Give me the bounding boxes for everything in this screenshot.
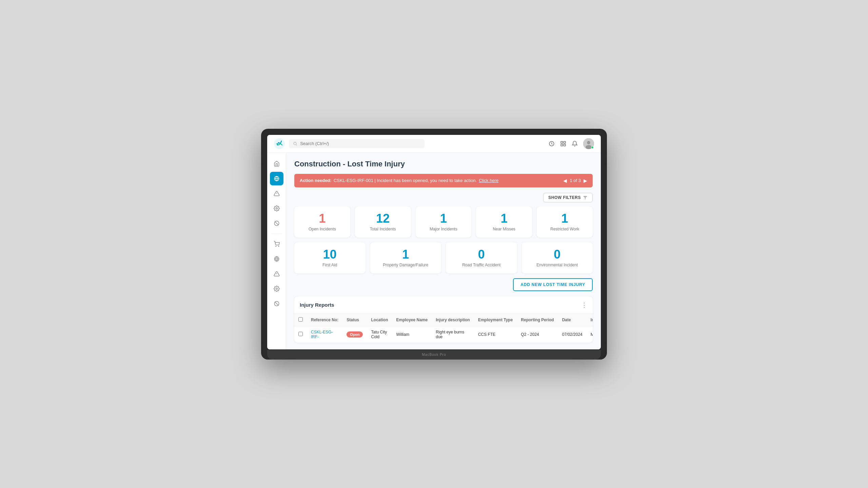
stat-number: 1 — [440, 212, 447, 225]
alert-next-arrow[interactable]: ▶ — [584, 178, 587, 183]
employment-type-cell: CCS FTE — [478, 332, 495, 337]
alert-prev-arrow[interactable]: ◀ — [563, 178, 567, 183]
alert-message: CSKL-ESG-IRF-001 | Incident has been ope… — [334, 178, 477, 183]
stat-card-open-incidents[interactable]: 1 Open Incidents — [294, 206, 350, 238]
stat-number: 10 — [323, 248, 337, 261]
filters-row: SHOW FILTERS — [294, 193, 593, 202]
col-header-location: Location — [367, 314, 392, 326]
status-badge: Open — [347, 331, 363, 338]
main-content: Construction - Lost Time Injury Action n… — [286, 153, 601, 349]
table-header: Injury Reports ⋮ — [294, 297, 593, 314]
injury-reports-table-section: Injury Reports ⋮ Reference No:StatusLoca… — [294, 297, 593, 343]
svg-point-15 — [276, 207, 277, 209]
table-cell: CCS FTE — [474, 326, 517, 343]
stat-card-first-aid[interactable]: 10 First Aid — [294, 242, 366, 273]
svg-point-9 — [587, 141, 590, 144]
stat-label: Open Incidents — [309, 227, 336, 231]
topnav — [267, 135, 601, 153]
stat-label: Total Incidents — [370, 227, 396, 231]
row-checkbox-cell — [294, 326, 307, 343]
col-header-reference-no:: Reference No: — [307, 314, 342, 326]
location-cell: Tatu City Cold — [371, 330, 387, 339]
stat-card-property-damage/failure[interactable]: 1 Property Damage/Failure — [370, 242, 441, 273]
table-cell: William — [392, 326, 432, 343]
history-icon[interactable] — [549, 141, 555, 147]
svg-point-1 — [294, 142, 296, 145]
select-all-checkbox[interactable] — [298, 317, 303, 322]
table-cell: Right eye burns due — [432, 326, 474, 343]
stat-card-total-incidents[interactable]: 12 Total Incidents — [355, 206, 411, 238]
sidebar-item-settings[interactable] — [270, 202, 283, 215]
employee-cell: William — [396, 332, 409, 337]
stat-card-major-incidents[interactable]: 1 Major Incidents — [416, 206, 472, 238]
sidebar-item-globe2[interactable] — [270, 252, 283, 266]
search-bar[interactable] — [289, 139, 425, 148]
sidebar-item-settings2[interactable] — [270, 282, 283, 296]
stat-number: 1 — [501, 212, 508, 225]
app-logo — [274, 138, 285, 149]
category-cell: Major — [591, 332, 593, 337]
alert-page-count: 1 of 3 — [570, 178, 581, 183]
add-new-lost-time-injury-button[interactable]: ADD NEW LOST TIME INJURY — [513, 278, 593, 291]
alert-pagination: ◀ 1 of 3 ▶ — [563, 178, 587, 183]
svg-line-2 — [296, 144, 297, 145]
sidebar-item-alert2[interactable] — [270, 267, 283, 281]
search-icon — [293, 141, 297, 146]
table-header-row: Reference No:StatusLocationEmployee Name… — [294, 314, 593, 326]
stats-row-1: 1 Open Incidents 12 Total Incidents 1 Ma… — [294, 206, 593, 238]
alert-banner: Action needed: CSKL-ESG-IRF-001 | Incide… — [294, 174, 593, 187]
stat-label: Environmental Incident — [536, 263, 578, 267]
svg-line-26 — [275, 302, 278, 305]
table-cell: Open — [342, 326, 367, 343]
show-filters-button[interactable]: SHOW FILTERS — [543, 193, 593, 202]
sidebar-item-home[interactable] — [270, 157, 283, 170]
stat-card-restricted-work[interactable]: 1 Restricted Work — [537, 206, 593, 238]
injury-reports-table: Reference No:StatusLocationEmployee Name… — [294, 314, 593, 343]
stat-label: Property Damage/Failure — [383, 263, 428, 267]
bell-icon[interactable] — [572, 141, 578, 147]
svg-line-17 — [275, 221, 278, 225]
stat-label: Major Incidents — [430, 227, 457, 231]
table-menu-icon[interactable]: ⋮ — [581, 301, 587, 309]
nav-actions — [549, 138, 594, 149]
svg-point-19 — [278, 246, 279, 247]
stat-number: 0 — [554, 248, 560, 261]
row-checkbox[interactable] — [298, 332, 303, 336]
stat-number: 1 — [561, 212, 568, 225]
add-button-row: ADD NEW LOST TIME INJURY — [294, 278, 593, 291]
reference-link[interactable]: CSKL-ESG-IRF- — [311, 330, 333, 339]
grid-icon[interactable] — [560, 141, 566, 147]
stat-card-environmental-incident[interactable]: 0 Environmental Incident — [522, 242, 593, 273]
sidebar-item-cart[interactable] — [270, 237, 283, 251]
reporting-period-cell: Q2 - 2024 — [521, 332, 539, 337]
svg-point-18 — [276, 246, 276, 247]
alert-label: Action needed: — [300, 178, 332, 183]
col-header-reporting-period: Reporting Period — [517, 314, 558, 326]
table-cell: Q2 - 2024 — [517, 326, 558, 343]
svg-rect-5 — [564, 141, 566, 143]
svg-rect-4 — [561, 141, 563, 143]
table-body: CSKL-ESG-IRF-OpenTatu City ColdWilliamRi… — [294, 326, 593, 343]
search-input[interactable] — [300, 141, 420, 146]
avatar[interactable] — [583, 138, 594, 149]
col-header-date: Date — [558, 314, 587, 326]
stat-label: Road Traffic Accident — [462, 263, 500, 267]
svg-rect-7 — [564, 144, 566, 146]
sidebar-item-alert[interactable] — [270, 187, 283, 200]
description-cell: Right eye burns due — [436, 330, 464, 339]
filter-icon — [583, 195, 588, 200]
sidebar-item-block[interactable] — [270, 217, 283, 230]
col-header-incident-category: Incident Category — [587, 314, 593, 326]
col-header-employee-name: Employee Name — [392, 314, 432, 326]
sidebar-item-globe[interactable] — [270, 172, 283, 185]
stat-number: 12 — [376, 212, 390, 225]
show-filters-label: SHOW FILTERS — [548, 195, 581, 200]
stat-card-road-traffic-accident[interactable]: 0 Road Traffic Accident — [446, 242, 517, 273]
alert-link[interactable]: Click here — [479, 178, 498, 183]
sidebar-item-block2[interactable] — [270, 297, 283, 310]
stats-row-2: 10 First Aid 1 Property Damage/Failure 0… — [294, 242, 593, 273]
alert-text: Action needed: CSKL-ESG-IRF-001 | Incide… — [300, 178, 498, 183]
sidebar-divider — [272, 233, 282, 234]
table-head: Reference No:StatusLocationEmployee Name… — [294, 314, 593, 326]
stat-card-near-misses[interactable]: 1 Near Misses — [476, 206, 532, 238]
